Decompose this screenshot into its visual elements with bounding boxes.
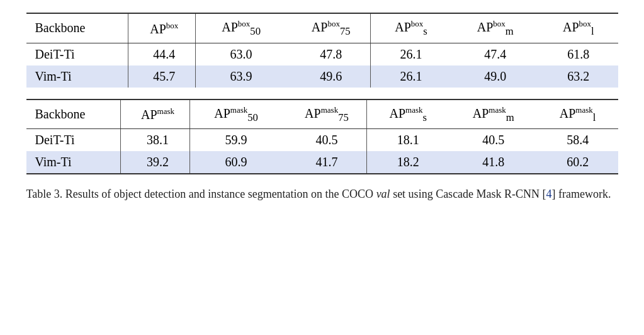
- backbone-header-mask: Backbone: [26, 99, 121, 129]
- apm-sub: m: [506, 25, 514, 37]
- apl-box-header: APboxl: [539, 13, 618, 43]
- ap50-box-header: APbox50: [195, 13, 287, 43]
- aps-mask-sup: mask: [405, 105, 422, 115]
- apl-vim-ti-box: 63.2: [539, 65, 618, 88]
- ap50-mask-sup: mask: [230, 105, 247, 115]
- box-row-2: Vim-Ti 45.7 63.9 49.6 26.1 49.0 63.2: [26, 65, 618, 88]
- aps-mask-sub: s: [423, 111, 427, 123]
- ap-vim-ti-box: 45.7: [128, 65, 196, 88]
- ap50-deit-ti-box: 63.0: [195, 43, 287, 65]
- apl-deit-ti-box: 61.8: [539, 43, 618, 65]
- apl-mask-sub: l: [593, 111, 596, 123]
- box-row-1: DeiT-Ti 44.4 63.0 47.8 26.1 47.4 61.8: [26, 43, 618, 65]
- page-container: Backbone APbox APbox50 APbox75 APboxs AP…: [26, 13, 618, 203]
- apm-mask-sub: m: [506, 111, 514, 123]
- apm-box-header: APboxm: [451, 13, 539, 43]
- backbone-header: Backbone: [26, 13, 128, 43]
- aps-deit-ti-mask: 18.1: [366, 129, 449, 152]
- apl-deit-ti-mask: 58.4: [538, 129, 618, 152]
- apm-vim-ti-box: 49.0: [451, 65, 539, 88]
- apm-mask-sup: mask: [489, 105, 506, 115]
- mask-row-2: Vim-Ti 39.2 60.9 41.7 18.2 41.8 60.2: [26, 151, 618, 174]
- ap-deit-ti-mask: 38.1: [120, 129, 189, 152]
- ap75-box-header: APbox75: [287, 13, 371, 43]
- ap75-sub: 75: [340, 25, 351, 37]
- apl-mask-sup: mask: [575, 105, 592, 115]
- box-header-row: Backbone APbox APbox50 APbox75 APboxs AP…: [26, 13, 618, 43]
- ap50-mask-sub: 50: [247, 111, 258, 123]
- aps-deit-ti-box: 26.1: [370, 43, 451, 65]
- aps-sub: s: [423, 25, 427, 37]
- caption-ref[interactable]: 4: [546, 188, 552, 200]
- ap75-mask-sup: mask: [321, 105, 338, 115]
- backbone-deit-ti-mask: DeiT-Ti: [26, 129, 121, 152]
- box-ap-table: Backbone APbox APbox50 APbox75 APboxs AP…: [26, 13, 618, 88]
- ap50-mask-header: APmask50: [190, 99, 282, 129]
- ap75-vim-ti-box: 49.6: [287, 65, 371, 88]
- ap-box-header: APbox: [128, 13, 196, 43]
- backbone-vim-ti-mask: Vim-Ti: [26, 151, 121, 174]
- ap-mask-sup: mask: [157, 106, 174, 116]
- ap50-deit-ti-mask: 59.9: [190, 129, 282, 152]
- apm-mask-header: APmaskm: [449, 99, 538, 129]
- ap75-mask-header: APmask75: [282, 99, 366, 129]
- aps-box-sup: box: [411, 19, 424, 28]
- caption-italic: val: [376, 188, 390, 200]
- apm-deit-ti-mask: 40.5: [449, 129, 538, 152]
- aps-box-header: APboxs: [370, 13, 451, 43]
- mask-header-row: Backbone APmask APmask50 APmask75 APmask…: [26, 99, 618, 129]
- apl-vim-ti-mask: 60.2: [538, 151, 618, 174]
- ap50-sub: 50: [250, 25, 261, 37]
- ap-box-sup: box: [166, 21, 179, 30]
- ap50-box-sup: box: [238, 19, 251, 28]
- backbone-deit-ti-box: DeiT-Ti: [26, 43, 128, 65]
- ap50-vim-ti-box: 63.9: [195, 65, 287, 88]
- ap50-vim-ti-mask: 60.9: [190, 151, 282, 174]
- apm-box-sup: box: [493, 19, 506, 28]
- aps-vim-ti-mask: 18.2: [366, 151, 449, 174]
- caption-text-end: ] framework.: [552, 188, 611, 200]
- aps-vim-ti-box: 26.1: [370, 65, 451, 88]
- apl-mask-header: APmaskl: [538, 99, 618, 129]
- aps-mask-header: APmasks: [366, 99, 449, 129]
- ap75-vim-ti-mask: 41.7: [282, 151, 366, 174]
- apm-deit-ti-box: 47.4: [451, 43, 539, 65]
- mask-row-1: DeiT-Ti 38.1 59.9 40.5 18.1 40.5 58.4: [26, 129, 618, 152]
- ap-vim-ti-mask: 39.2: [120, 151, 189, 174]
- ap-mask-header: APmask: [120, 99, 189, 129]
- mask-ap-table: Backbone APmask APmask50 APmask75 APmask…: [26, 99, 618, 175]
- ap75-deit-ti-box: 47.8: [287, 43, 371, 65]
- table-caption: Table 3. Results of object detection and…: [26, 186, 618, 203]
- apl-box-sup: box: [579, 19, 592, 28]
- apm-vim-ti-mask: 41.8: [449, 151, 538, 174]
- caption-text-after: set using Cascade Mask R-CNN [: [390, 188, 546, 200]
- ap-deit-ti-box: 44.4: [128, 43, 196, 65]
- caption-text-before: Table 3. Results of object detection and…: [26, 188, 376, 200]
- apl-sub: l: [591, 25, 594, 37]
- backbone-vim-ti-box: Vim-Ti: [26, 65, 128, 88]
- ap75-box-sup: box: [327, 19, 340, 28]
- ap75-deit-ti-mask: 40.5: [282, 129, 366, 152]
- ap75-mask-sub: 75: [338, 111, 349, 123]
